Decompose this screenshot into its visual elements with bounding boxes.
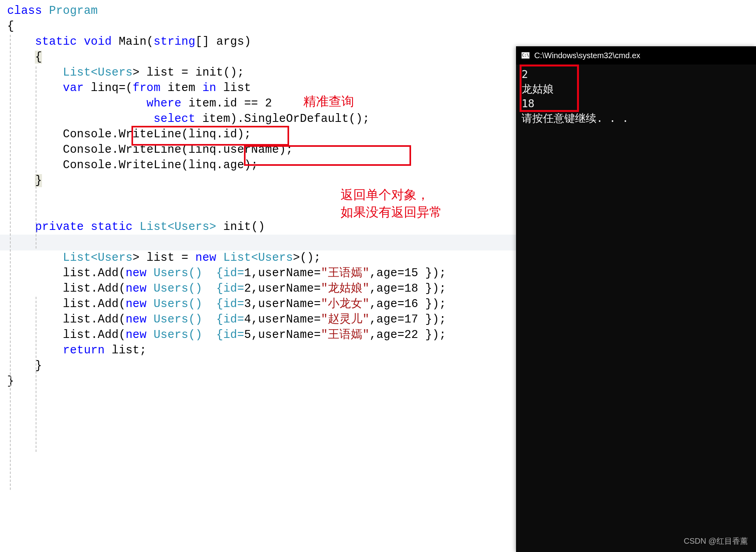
annotation-text-return: 返回单个对象， 如果没有返回异常 xyxy=(341,186,442,221)
type-program: Program xyxy=(49,4,98,17)
open-brace-hl: { xyxy=(35,51,42,64)
watermark: CSDN @红目香薰 xyxy=(684,536,748,546)
cmd-title: C:\Windows\system32\cmd.ex xyxy=(534,51,640,60)
brace: { xyxy=(7,20,14,33)
cmd-line: 请按任意键继续. . . xyxy=(522,111,750,125)
close-brace-hl: } xyxy=(35,174,42,187)
annotation-text-exact: 精准查询 xyxy=(303,93,354,110)
cmd-window[interactable]: C:\Windows\system32\cmd.ex 2 龙姑娘 18 请按任意… xyxy=(516,46,756,552)
cmd-titlebar[interactable]: C:\Windows\system32\cmd.ex xyxy=(516,46,756,64)
annotation-box-output xyxy=(520,64,579,112)
annotation-box-single xyxy=(244,145,411,166)
cmd-icon xyxy=(522,52,529,59)
annotation-box-where xyxy=(131,126,289,146)
kw-class: class xyxy=(7,4,42,17)
